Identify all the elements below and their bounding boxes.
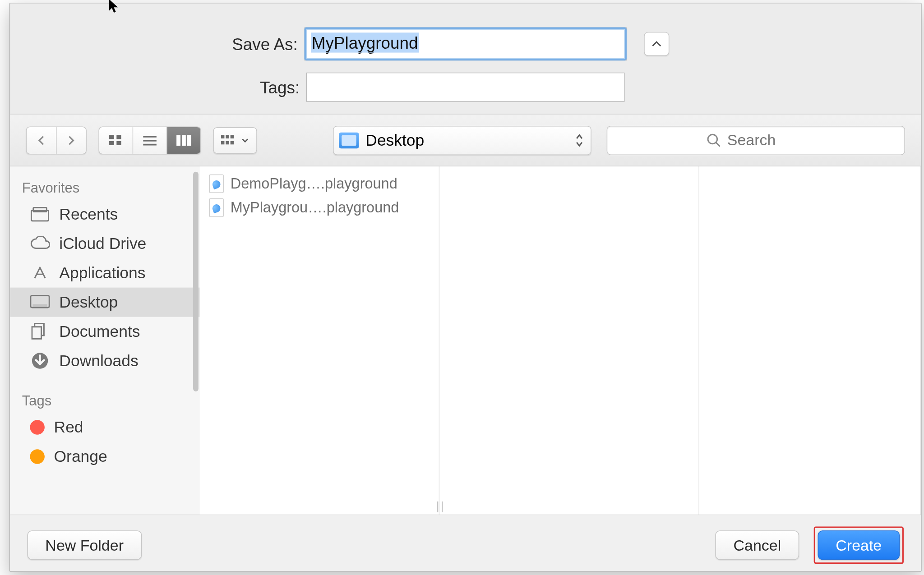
browser-toolbar: Desktop bbox=[10, 115, 921, 166]
list-view-button[interactable] bbox=[133, 127, 166, 153]
group-icon bbox=[221, 134, 238, 146]
cursor-icon bbox=[108, 0, 121, 14]
file-name: DemoPlayg….playground bbox=[231, 175, 397, 192]
tag-dot-icon bbox=[30, 449, 44, 464]
recents-icon bbox=[30, 206, 50, 223]
svg-rect-24 bbox=[32, 327, 42, 339]
svg-point-16 bbox=[708, 134, 717, 143]
columns-icon bbox=[176, 134, 192, 146]
column-3[interactable] bbox=[699, 166, 921, 515]
chevron-right-icon bbox=[67, 135, 76, 146]
svg-rect-0 bbox=[109, 135, 114, 139]
dialog-footer: New Folder Cancel Create bbox=[10, 515, 921, 571]
sidebar-item-downloads[interactable]: Downloads bbox=[10, 346, 200, 376]
group-by-button[interactable] bbox=[213, 127, 257, 153]
column-1[interactable]: DemoPlayg….playground MyPlaygrou….playgr… bbox=[200, 166, 439, 515]
sidebar-item-label: Recents bbox=[59, 205, 118, 224]
expand-collapse-button[interactable] bbox=[644, 32, 669, 56]
sidebar-item-label: Desktop bbox=[59, 293, 118, 311]
sidebar-item-desktop[interactable]: Desktop bbox=[10, 288, 200, 317]
svg-rect-4 bbox=[143, 135, 157, 137]
playground-file-icon bbox=[209, 175, 223, 193]
svg-rect-15 bbox=[231, 141, 234, 144]
location-popup[interactable]: Desktop bbox=[333, 125, 591, 155]
grid-icon bbox=[109, 134, 123, 146]
new-folder-button[interactable]: New Folder bbox=[28, 530, 142, 560]
list-icon bbox=[143, 134, 157, 146]
save-as-field-wrap: MyPlayground bbox=[305, 28, 627, 61]
chevron-up-icon bbox=[651, 40, 662, 48]
cloud-icon bbox=[30, 235, 50, 252]
svg-rect-12 bbox=[231, 135, 234, 138]
sidebar: Favorites Recents iCloud Drive Applicati… bbox=[10, 166, 200, 515]
column-resize-handle[interactable]: || bbox=[436, 499, 445, 513]
svg-rect-10 bbox=[221, 135, 224, 138]
create-highlight-ring: Create bbox=[814, 527, 904, 564]
sidebar-tag-red[interactable]: Red bbox=[10, 413, 200, 442]
search-icon bbox=[707, 133, 721, 147]
column-2[interactable] bbox=[439, 166, 699, 515]
search-input[interactable] bbox=[607, 125, 905, 155]
updown-icon bbox=[575, 132, 584, 148]
icon-view-button[interactable] bbox=[99, 127, 133, 153]
sidebar-item-label: iCloud Drive bbox=[59, 235, 146, 253]
tags-label: Tags: bbox=[20, 78, 300, 97]
sidebar-tag-label: Orange bbox=[54, 447, 107, 466]
back-button[interactable] bbox=[27, 127, 56, 153]
column-view: DemoPlayg….playground MyPlaygrou….playgr… bbox=[200, 166, 921, 515]
svg-rect-1 bbox=[116, 135, 121, 139]
sidebar-item-documents[interactable]: Documents bbox=[10, 317, 200, 346]
save-form: Save As: MyPlayground Tags: bbox=[10, 3, 921, 114]
svg-rect-5 bbox=[143, 139, 157, 141]
file-row[interactable]: DemoPlayg….playground bbox=[205, 172, 434, 196]
sidebar-tag-orange[interactable]: Orange bbox=[10, 442, 200, 471]
forward-button[interactable] bbox=[56, 127, 86, 153]
applications-icon bbox=[30, 264, 50, 281]
file-name: MyPlaygrou….playground bbox=[231, 199, 399, 216]
svg-rect-14 bbox=[226, 141, 229, 144]
save-as-label: Save As: bbox=[18, 34, 298, 54]
view-mode-seg bbox=[98, 126, 201, 154]
sidebar-item-label: Downloads bbox=[59, 351, 138, 370]
playground-file-icon bbox=[209, 198, 223, 217]
svg-rect-9 bbox=[187, 135, 191, 146]
save-dialog: Save As: MyPlayground Tags: bbox=[9, 3, 922, 572]
svg-rect-13 bbox=[221, 141, 224, 144]
file-row[interactable]: MyPlaygrou….playground bbox=[205, 196, 434, 220]
sidebar-tag-label: Red bbox=[54, 418, 83, 437]
svg-rect-2 bbox=[109, 141, 114, 145]
svg-rect-3 bbox=[116, 141, 121, 145]
svg-rect-8 bbox=[182, 135, 186, 146]
create-button[interactable]: Create bbox=[818, 530, 900, 560]
documents-icon bbox=[30, 323, 50, 340]
tag-dot-icon bbox=[30, 420, 44, 434]
svg-rect-11 bbox=[226, 135, 229, 138]
column-view-button[interactable] bbox=[167, 127, 200, 153]
chevron-down-icon bbox=[242, 137, 249, 143]
search-wrap bbox=[607, 125, 905, 155]
favorites-header: Favorites bbox=[10, 175, 200, 200]
chevron-left-icon bbox=[37, 135, 46, 146]
downloads-icon bbox=[30, 352, 50, 369]
tags-header: Tags bbox=[10, 387, 200, 413]
sidebar-scrollbar[interactable] bbox=[193, 172, 199, 391]
save-as-input[interactable] bbox=[305, 28, 627, 61]
svg-rect-22 bbox=[32, 304, 47, 307]
tags-input[interactable] bbox=[306, 73, 625, 102]
svg-rect-6 bbox=[143, 143, 157, 145]
cancel-button[interactable]: Cancel bbox=[716, 530, 799, 560]
sidebar-item-icloud[interactable]: iCloud Drive bbox=[10, 229, 200, 258]
nav-seg bbox=[26, 126, 87, 154]
sidebar-item-recents[interactable]: Recents bbox=[10, 200, 200, 229]
svg-rect-7 bbox=[176, 135, 180, 146]
svg-line-17 bbox=[716, 142, 720, 146]
folder-icon bbox=[339, 132, 359, 148]
desktop-icon bbox=[30, 294, 50, 311]
sidebar-item-applications[interactable]: Applications bbox=[10, 258, 200, 288]
sidebar-item-label: Applications bbox=[59, 263, 145, 282]
sidebar-item-label: Documents bbox=[59, 322, 140, 340]
location-label: Desktop bbox=[365, 131, 424, 149]
file-browser: Favorites Recents iCloud Drive Applicati… bbox=[10, 166, 921, 515]
